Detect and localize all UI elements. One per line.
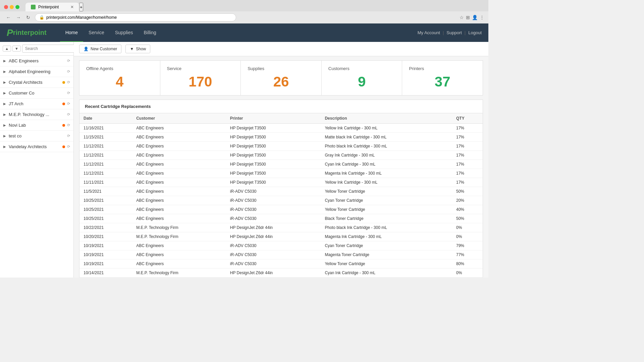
status-dot [62, 103, 65, 105]
expand-icon: ▶ [3, 113, 6, 116]
col-date: Date [79, 113, 132, 124]
table-row[interactable]: 11/5/2021ABC EngineersiR-ADV C5030Yellow… [79, 187, 483, 196]
nav-billing[interactable]: Billing [138, 24, 161, 42]
main-nav: Home Service Supplies Billing [60, 24, 162, 42]
sidebar: ▲ ▼ ▶ ABC Engineers ⟳ ▶ Alphabet Enginee… [0, 42, 74, 278]
col-qty: QTY [452, 113, 483, 124]
sidebar-items: ▶ ABC Engineers ⟳ ▶ Alphabet Engineering… [0, 56, 73, 278]
logo: P rinterpoint [7, 27, 47, 38]
sidebar-search-input[interactable] [22, 45, 78, 53]
new-customer-button[interactable]: 👤 New Customer [79, 45, 121, 53]
stat-value: 37 [409, 74, 476, 90]
nav-service[interactable]: Service [83, 24, 110, 42]
table-row[interactable]: 11/15/2021ABC EngineersHP Designjet T350… [79, 133, 483, 142]
sidebar-item-label: Customer Co [9, 90, 67, 96]
table-row[interactable]: 11/12/2021ABC EngineersHP Designjet T350… [79, 169, 483, 178]
sidebar-toolbar: ▲ ▼ [0, 42, 73, 56]
expand-icon: ▶ [3, 123, 6, 127]
table-row[interactable]: 10/20/2021M.E.P. Technology FirmHP Desig… [79, 232, 483, 241]
status-dot [62, 124, 65, 127]
sidebar-item-test-co[interactable]: ▶ test co ⟳ [0, 131, 73, 141]
sidebar-item-alphabet-engineering[interactable]: ▶ Alphabet Engineering ⟳ [0, 66, 73, 77]
table-row[interactable]: 10/25/2021ABC EngineersiR-ADV C5030Yello… [79, 205, 483, 214]
sidebar-item-label: JT Arch [9, 101, 62, 106]
sync-icon: ⟳ [67, 80, 70, 84]
sidebar-item-mep-technology[interactable]: ▶ M.E.P. Technology ... ⟳ [0, 109, 73, 120]
nav-forward-button[interactable]: → [14, 14, 23, 21]
separator1: | [443, 30, 444, 35]
extensions-button[interactable]: ⊞ [466, 15, 470, 20]
sidebar-item-novi-lab[interactable]: ▶ Novi Lab ⟳ [0, 120, 73, 131]
nav-refresh-button[interactable]: ↻ [24, 14, 32, 21]
sidebar-item-label: test co [9, 133, 67, 138]
table-row[interactable]: 11/12/2021ABC EngineersHP Designjet T350… [79, 142, 483, 151]
window-maximize-dot [15, 5, 19, 9]
address-bar[interactable]: 🔒 printerpoint.com/Manager/home#/home [35, 13, 236, 21]
stat-value: 26 [248, 74, 315, 90]
sync-icon: ⟳ [67, 102, 70, 106]
logo-name-part1: rinter [13, 29, 30, 36]
logout-link[interactable]: Logout [468, 30, 482, 35]
menu-button[interactable]: ⋮ [480, 15, 484, 20]
sidebar-item-label: ABC Engineers [9, 58, 67, 63]
col-description: Description [321, 113, 452, 124]
stat-service[interactable]: Service 170 [160, 61, 241, 95]
nav-home[interactable]: Home [60, 24, 83, 42]
show-button[interactable]: ▼ Show [125, 45, 150, 53]
table-title: Recent Cartridge Replacements [79, 100, 483, 113]
expand-icon: ▶ [3, 91, 6, 95]
logo-name-part2: point [30, 29, 47, 36]
stat-supplies[interactable]: Supplies 26 [241, 61, 322, 95]
stat-customers[interactable]: Customers 9 [322, 61, 402, 95]
sidebar-item-customer-co[interactable]: ▶ Customer Co ⟳ [0, 88, 73, 99]
stat-label: Supplies [248, 66, 315, 71]
sync-icon: ⟳ [67, 59, 70, 63]
stat-label: Customers [328, 66, 395, 71]
nav-supplies[interactable]: Supplies [110, 24, 139, 42]
table-row[interactable]: 10/25/2021ABC EngineersiR-ADV C5030Cyan … [79, 196, 483, 205]
stat-label: Service [167, 66, 234, 71]
table-row[interactable]: 11/12/2021ABC EngineersHP Designjet T350… [79, 151, 483, 160]
sidebar-item-vandelay-architects[interactable]: ▶ Vandelay Architects ⟳ [0, 141, 73, 152]
sidebar-collapse-down[interactable]: ▼ [12, 46, 21, 52]
logo-letter: P [7, 27, 13, 38]
stat-printers[interactable]: Printers 37 [402, 61, 483, 95]
table-row[interactable]: 10/14/2021ABC EngineersiR-ADV C5030Cyan … [79, 278, 483, 278]
table-row[interactable]: 11/12/2021ABC EngineersHP Designjet T350… [79, 160, 483, 169]
expand-icon: ▶ [3, 70, 6, 73]
sidebar-item-label: Alphabet Engineering [9, 69, 67, 74]
table-row[interactable]: 11/11/2021ABC EngineersHP Designjet T350… [79, 178, 483, 187]
col-printer: Printer [226, 113, 321, 124]
sidebar-item-crystal-architects[interactable]: ▶ Crystal Architects ⟳ [0, 77, 73, 88]
content-area: 👤 New Customer ▼ Show Offline Agents 4 S… [74, 42, 488, 278]
table-row[interactable]: 10/25/2021ABC EngineersiR-ADV C5030Black… [79, 214, 483, 223]
sidebar-collapse-up[interactable]: ▲ [3, 46, 11, 52]
table-row[interactable]: 10/19/2021ABC EngineersiR-ADV C5030Magen… [79, 250, 483, 259]
nav-back-button[interactable]: ← [4, 14, 13, 21]
browser-tab[interactable]: Printerpoint ✕ [25, 3, 79, 11]
sidebar-item-jt-arch[interactable]: ▶ JT Arch ⟳ [0, 99, 73, 109]
person-icon: 👤 [84, 47, 89, 51]
logo-text: rinterpoint [13, 29, 47, 37]
stat-offline-agents[interactable]: Offline Agents 4 [79, 61, 160, 95]
my-account-link[interactable]: My Account [418, 30, 440, 35]
table-row[interactable]: 10/19/2021ABC EngineersiR-ADV C5030Yello… [79, 259, 483, 268]
sync-icon: ⟳ [67, 69, 70, 74]
table-row[interactable]: 10/14/2021M.E.P. Technology FirmHP Desig… [79, 268, 483, 278]
profile-button[interactable]: 👤 [472, 15, 478, 20]
sync-icon: ⟳ [67, 144, 70, 149]
table-row[interactable]: 11/16/2021ABC EngineersHP Designjet T350… [79, 124, 483, 133]
sidebar-item-abc-engineers[interactable]: ▶ ABC Engineers ⟳ [0, 56, 73, 66]
expand-icon: ▶ [3, 80, 6, 84]
sync-icon: ⟳ [67, 123, 70, 127]
bookmark-button[interactable]: ☆ [460, 15, 464, 20]
tab-close-button[interactable]: ✕ [70, 5, 74, 9]
new-tab-button[interactable]: + [79, 3, 83, 11]
stat-value: 9 [328, 74, 395, 90]
header-right: My Account | Support | Logout [418, 30, 482, 35]
table-row[interactable]: 10/19/2021ABC EngineersiR-ADV C5030Cyan … [79, 241, 483, 250]
table-section: Recent Cartridge Replacements Date Custo… [79, 100, 483, 278]
stats-row: Offline Agents 4 Service 170 Supplies 26… [79, 60, 483, 96]
support-link[interactable]: Support [446, 30, 462, 35]
table-row[interactable]: 10/22/2021M.E.P. Technology FirmHP Desig… [79, 223, 483, 232]
